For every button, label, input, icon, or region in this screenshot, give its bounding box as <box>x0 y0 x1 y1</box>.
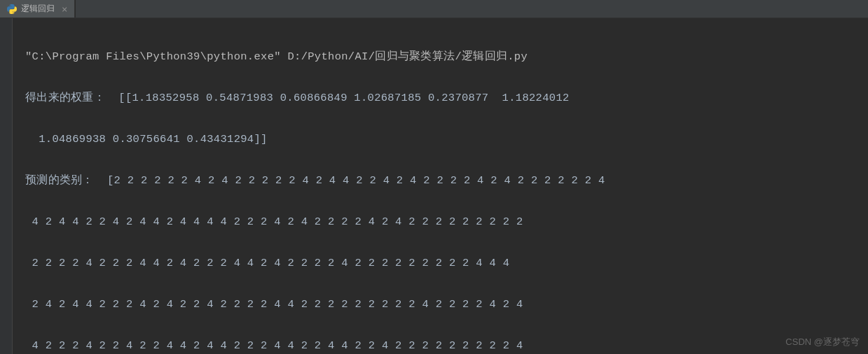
python-icon <box>7 4 17 14</box>
watermark: CSDN @逐梦苍穹 <box>785 336 860 348</box>
weights-output-cont: 1.04869938 0.30756641 0.43431294]] <box>25 129 855 150</box>
close-icon[interactable]: × <box>62 3 67 15</box>
tab-file[interactable]: 逻辑回归 × <box>0 0 75 17</box>
tab-bar-empty <box>75 0 868 17</box>
console-output[interactable]: "C:\Program Files\Python39\python.exe" D… <box>13 18 868 354</box>
predictions-line2: 4 2 4 4 2 2 4 2 4 4 2 4 4 4 4 2 2 2 4 2 … <box>25 212 855 232</box>
tab-label: 逻辑回归 <box>21 3 55 15</box>
predictions-line4: 2 4 2 4 4 2 2 2 4 2 4 2 2 4 2 2 2 2 4 4 … <box>25 295 855 315</box>
tab-bar: 逻辑回归 × <box>0 0 868 18</box>
predictions-output: 预测的类别： [2 2 2 2 2 2 4 2 4 2 2 2 2 2 4 2 … <box>25 171 855 191</box>
weights-output: 得出来的权重： [[1.18352958 0.54871983 0.608668… <box>25 88 855 108</box>
predictions-line3: 2 2 2 2 4 2 2 2 4 4 2 4 2 2 2 4 4 2 4 2 … <box>25 253 855 274</box>
predictions-line5: 4 2 2 2 4 2 2 4 2 2 4 4 2 4 4 2 2 2 4 4 … <box>25 336 855 354</box>
editor-area: "C:\Program Files\Python39\python.exe" D… <box>0 18 868 354</box>
command-line: "C:\Program Files\Python39\python.exe" D… <box>25 47 855 67</box>
gutter <box>0 18 13 354</box>
